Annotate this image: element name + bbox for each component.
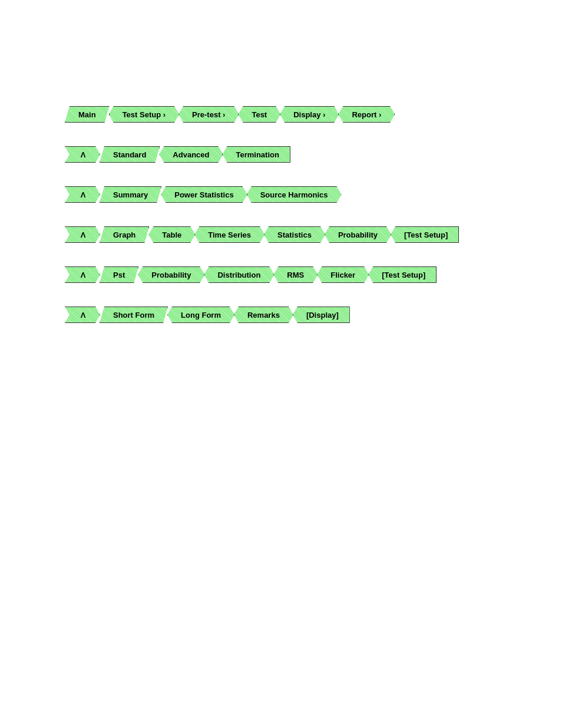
tab-back3[interactable]: Λ (65, 186, 100, 203)
tab-display[interactable]: Display › (280, 106, 339, 123)
tab-row-row5: ΛPstProbabilityDistributionRMSFlicker[Te… (65, 266, 562, 283)
tab-standard[interactable]: Standard (100, 146, 160, 163)
tab-source-harmonics[interactable]: Source Harmonics (247, 186, 342, 203)
tab-flicker[interactable]: Flicker (317, 266, 369, 283)
tab-display6[interactable]: [Display] (293, 307, 350, 323)
tab-power-stats[interactable]: Power Statistics (161, 186, 247, 203)
tab-test-setup4[interactable]: [Test Setup] (391, 226, 459, 243)
tab-pst[interactable]: Pst (100, 266, 138, 283)
tab-probability[interactable]: Probability (325, 226, 391, 243)
tab-test-setup5[interactable]: [Test Setup] (368, 266, 437, 283)
tab-statistics[interactable]: Statistics (264, 226, 325, 243)
tabs-container: MainTest Setup ›Pre-test ›TestDisplay ›R… (0, 0, 562, 323)
tab-distribution[interactable]: Distribution (204, 266, 274, 283)
tab-test[interactable]: Test (238, 106, 280, 123)
tab-rms[interactable]: RMS (273, 266, 318, 283)
tab-time-series[interactable]: Time Series (194, 226, 265, 243)
tab-termination[interactable]: Termination (222, 146, 290, 163)
tab-report[interactable]: Report › (338, 106, 395, 123)
tab-main[interactable]: Main (65, 106, 110, 123)
tab-remarks[interactable]: Remarks (234, 307, 293, 323)
tab-row-row2: ΛStandardAdvancedTermination (65, 146, 562, 163)
tab-back4[interactable]: Λ (65, 226, 100, 243)
tab-graph[interactable]: Graph (100, 226, 149, 243)
tab-back6[interactable]: Λ (65, 307, 100, 323)
tab-back2[interactable]: Λ (65, 146, 100, 163)
tab-row-row1: MainTest Setup ›Pre-test ›TestDisplay ›R… (65, 106, 562, 123)
tab-probability5[interactable]: Probability (138, 266, 204, 283)
tab-table[interactable]: Table (148, 226, 195, 243)
tab-back5[interactable]: Λ (65, 266, 100, 283)
tab-short-form[interactable]: Short Form (100, 307, 168, 323)
tab-row-row3: ΛSummaryPower StatisticsSource Harmonics (65, 186, 562, 203)
tab-advanced[interactable]: Advanced (159, 146, 223, 163)
tab-pre-test[interactable]: Pre-test › (178, 106, 239, 123)
tab-long-form[interactable]: Long Form (167, 307, 234, 323)
tab-summary[interactable]: Summary (100, 186, 161, 203)
tab-row-row4: ΛGraphTableTime SeriesStatisticsProbabil… (65, 226, 562, 243)
tab-row-row6: ΛShort FormLong FormRemarks[Display] (65, 307, 562, 323)
tab-test-setup[interactable]: Test Setup › (109, 106, 179, 123)
